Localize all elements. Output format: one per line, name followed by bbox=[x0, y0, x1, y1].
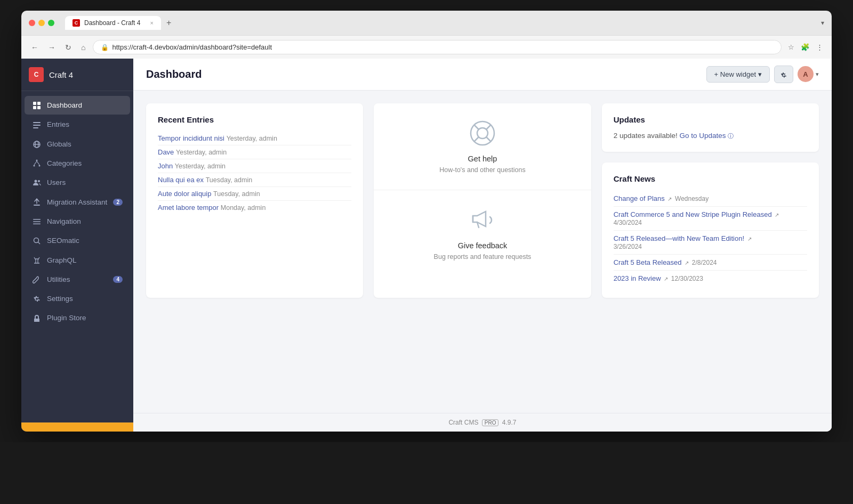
globals-icon bbox=[32, 140, 42, 149]
dashboard-settings-button[interactable] bbox=[774, 66, 793, 83]
list-item: Craft 5 Beta Released ↗ 2/8/2024 bbox=[614, 255, 807, 271]
entry-link[interactable]: Tempor incididunt nisi bbox=[158, 134, 224, 142]
get-help-label: Get help bbox=[468, 155, 497, 163]
back-button[interactable]: ← bbox=[29, 42, 41, 53]
external-link-icon: ↗ bbox=[667, 196, 672, 202]
list-item: Craft 5 Released—with New Team Edition! … bbox=[614, 231, 807, 255]
svg-line-27 bbox=[474, 137, 479, 142]
news-link[interactable]: 2023 in Review bbox=[614, 274, 661, 282]
new-widget-button[interactable]: + New widget ▾ bbox=[706, 66, 770, 83]
entry-meta: Tuesday, admin bbox=[213, 190, 260, 198]
svg-line-25 bbox=[474, 125, 479, 129]
sidebar-item-label: Settings bbox=[47, 295, 73, 303]
sidebar-item-label: Categories bbox=[47, 159, 82, 167]
svg-line-13 bbox=[34, 161, 37, 165]
list-item: Change of Plans ↗ Wednesday bbox=[614, 191, 807, 207]
close-window-button[interactable] bbox=[29, 20, 35, 26]
svg-rect-2 bbox=[33, 106, 36, 109]
sidebar-item-graphql[interactable]: GraphQL bbox=[25, 250, 130, 269]
migration-badge: 2 bbox=[113, 199, 123, 206]
news-link[interactable]: Change of Plans bbox=[614, 194, 665, 202]
svg-line-26 bbox=[486, 125, 491, 129]
recent-entries-widget: Recent Entries Tempor incididunt nisi Ye… bbox=[146, 103, 363, 298]
app-title: Craft 4 bbox=[49, 70, 73, 79]
entry-link[interactable]: Nulla qui ea ex bbox=[158, 176, 204, 184]
home-button[interactable]: ⌂ bbox=[79, 42, 87, 53]
give-feedback-section[interactable]: Give feedback Bug reports and feature re… bbox=[374, 190, 591, 277]
news-link[interactable]: Craft 5 Beta Released bbox=[614, 258, 682, 266]
craft-news-widget: Craft News Change of Plans ↗ Wednesday C… bbox=[602, 162, 819, 298]
svg-rect-20 bbox=[33, 224, 41, 225]
pro-badge: PRO bbox=[482, 419, 499, 426]
settings-icon bbox=[32, 294, 42, 303]
external-link-icon: ↗ bbox=[775, 212, 779, 218]
svg-rect-5 bbox=[33, 125, 41, 126]
entry-link[interactable]: Aute dolor aliquip bbox=[158, 190, 211, 198]
entry-link[interactable]: John bbox=[158, 162, 173, 170]
svg-point-12 bbox=[39, 165, 41, 167]
sidebar-footer bbox=[21, 422, 133, 432]
sidebar-item-label: GraphQL bbox=[47, 256, 77, 264]
svg-point-10 bbox=[36, 160, 38, 161]
updates-link-icon: ⓘ bbox=[728, 133, 734, 139]
extensions-icon[interactable]: 🧩 bbox=[800, 42, 811, 52]
svg-point-16 bbox=[38, 180, 40, 182]
user-menu-button[interactable]: A ▾ bbox=[798, 66, 819, 82]
browser-titlebar: C Dashboard - Craft 4 × + ▾ bbox=[21, 11, 832, 35]
address-bar[interactable]: 🔒 https://craft-4.devbox/admin/dashboard… bbox=[93, 40, 782, 54]
tab-close-button[interactable]: × bbox=[150, 20, 154, 26]
seomatic-icon bbox=[32, 236, 42, 245]
news-link[interactable]: Craft 5 Released—with New Team Edition! bbox=[614, 234, 744, 242]
sidebar-item-migration-assistant[interactable]: Migration Assistant 2 bbox=[25, 192, 130, 211]
sidebar-item-settings[interactable]: Settings bbox=[25, 289, 130, 308]
bookmark-icon[interactable]: ☆ bbox=[787, 42, 795, 52]
sidebar-item-dashboard[interactable]: Dashboard bbox=[25, 96, 130, 115]
megaphone-icon bbox=[469, 206, 496, 234]
sidebar-item-seomatic[interactable]: SEOmatic bbox=[25, 231, 130, 250]
external-link-icon: ↗ bbox=[685, 260, 689, 266]
updates-text: 2 updates available! Go to Updates ⓘ bbox=[614, 132, 807, 140]
sidebar-nav: Dashboard Entries Globals bbox=[21, 91, 133, 422]
active-tab[interactable]: C Dashboard - Craft 4 × bbox=[65, 16, 161, 30]
entry-link[interactable]: Amet labore tempor bbox=[158, 204, 219, 212]
sidebar-item-utilities[interactable]: Utilities 4 bbox=[25, 270, 130, 289]
migration-icon bbox=[32, 197, 42, 206]
lifebuoy-icon bbox=[469, 119, 496, 147]
main-content: Dashboard + New widget ▾ A ▾ bbox=[133, 59, 832, 432]
entry-meta: Yesterday, admin bbox=[176, 149, 227, 156]
sidebar-item-entries[interactable]: Entries bbox=[25, 115, 130, 134]
list-item: Nulla qui ea ex Tuesday, admin bbox=[158, 173, 351, 187]
news-link[interactable]: Craft Commerce 5 and New Stripe Plugin R… bbox=[614, 210, 772, 218]
minimize-window-button[interactable] bbox=[38, 20, 45, 26]
sidebar-header: C Craft 4 bbox=[21, 59, 133, 91]
sidebar-item-plugin-store[interactable]: Plugin Store bbox=[25, 308, 130, 327]
forward-button[interactable]: → bbox=[46, 42, 58, 53]
sidebar-item-label: Utilities bbox=[47, 275, 70, 283]
external-link-icon: ↗ bbox=[664, 276, 668, 282]
refresh-button[interactable]: ↻ bbox=[63, 42, 74, 53]
sidebar-item-categories[interactable]: Categories bbox=[25, 154, 130, 173]
sidebar-item-globals[interactable]: Globals bbox=[25, 135, 130, 153]
app-container: C Craft 4 Dashboard Entries bbox=[21, 59, 832, 432]
sidebar-item-users[interactable]: Users bbox=[25, 173, 130, 192]
browser-navbar: ← → ↻ ⌂ 🔒 https://craft-4.devbox/admin/d… bbox=[21, 35, 832, 59]
sidebar: C Craft 4 Dashboard Entries bbox=[21, 59, 133, 432]
graphql-icon bbox=[32, 255, 42, 264]
maximize-window-button[interactable] bbox=[48, 20, 54, 26]
window-controls bbox=[29, 20, 54, 26]
browser-menu-icon[interactable]: ⋮ bbox=[815, 42, 824, 52]
entry-meta: Monday, admin bbox=[221, 204, 266, 212]
entry-meta: Yesterday, admin bbox=[227, 135, 277, 142]
list-item: Aute dolor aliquip Tuesday, admin bbox=[158, 187, 351, 201]
new-tab-button[interactable]: + bbox=[163, 18, 174, 28]
entry-link[interactable]: Dave bbox=[158, 148, 174, 156]
svg-rect-6 bbox=[33, 127, 38, 128]
go-to-updates-link[interactable]: Go to Updates bbox=[680, 132, 728, 140]
list-item: Dave Yesterday, admin bbox=[158, 145, 351, 159]
window-menu-button[interactable]: ▾ bbox=[821, 19, 824, 27]
get-help-section[interactable]: Get help How-to's and other questions bbox=[374, 103, 591, 190]
cms-label: Craft CMS bbox=[448, 419, 478, 426]
user-menu-chevron: ▾ bbox=[816, 71, 819, 78]
svg-rect-0 bbox=[33, 102, 36, 105]
sidebar-item-navigation[interactable]: Navigation bbox=[25, 212, 130, 231]
